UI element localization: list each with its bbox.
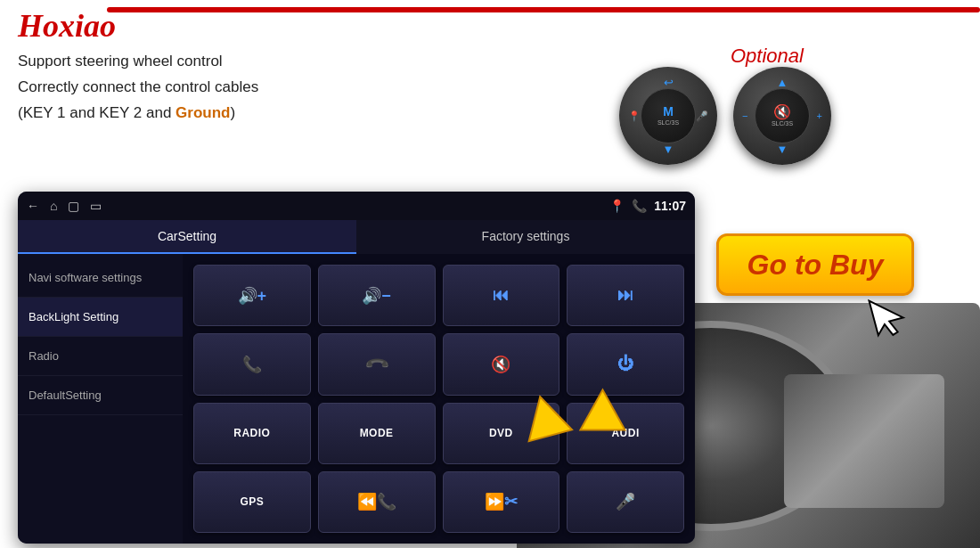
nav-left-icon-1: 📍	[628, 110, 641, 122]
ctrl-prev-track[interactable]: ⏮	[443, 265, 560, 326]
status-time: 11:07	[654, 199, 686, 213]
ctrl-skip-mix[interactable]: ⏩✂	[443, 471, 560, 533]
ctrl-gps[interactable]: GPS	[193, 471, 311, 533]
desc-line3: (KEY 1 and KEY 2 and Ground)	[18, 101, 258, 127]
menu-item-default[interactable]: DefaultSetting	[18, 376, 183, 415]
nav-left-icon-2: −	[742, 110, 747, 121]
ctrl-mode[interactable]: MODE	[318, 403, 436, 464]
ctrl-radio[interactable]: RADIO	[193, 403, 311, 464]
btn-symbol-2: 🔇 SLC/3S	[772, 103, 793, 128]
inner-circle-2: 🔇 SLC/3S	[755, 88, 810, 143]
top-accent-bar	[107, 7, 980, 12]
menu-item-backlight[interactable]: BackLight Setting	[18, 298, 183, 337]
nav-down-icon-1: ▼	[663, 143, 674, 156]
ctrl-call-accept[interactable]: 📞	[193, 333, 311, 395]
recent-icon[interactable]: ▢	[68, 199, 79, 213]
menu-item-navi[interactable]: Navi software settings	[18, 258, 183, 298]
optional-button-2[interactable]: ▲ − + ▼ 🔇 SLC/3S	[733, 67, 831, 165]
nav-right-icon-2: +	[817, 110, 822, 121]
description-text: Support steering wheel control Correctly…	[18, 49, 258, 127]
tab-bar: CarSetting Factory settings	[18, 220, 695, 254]
ctrl-audio[interactable]: AUDI	[567, 403, 684, 464]
phone-status-icon: 📞	[632, 199, 647, 213]
tab-carsetting[interactable]: CarSetting	[18, 220, 356, 254]
settings-area: Navi software settings BackLight Setting…	[18, 254, 695, 544]
ctrl-tel-prev[interactable]: ⏪📞	[318, 471, 436, 533]
btn-symbol-1: M SLC/3S	[657, 104, 679, 127]
optional-label: Optional	[731, 45, 804, 68]
desc-line2: Correctly connect the control cables	[18, 75, 258, 101]
ctrl-vol-down[interactable]: 🔊−	[318, 265, 436, 326]
optional-button-1[interactable]: ↩ 📍 🎤 ▼ M SLC/3S	[619, 67, 717, 165]
brand-logo: Hoxiao	[18, 7, 116, 45]
minimize-icon[interactable]: ▭	[90, 199, 102, 213]
tab-factory-settings[interactable]: Factory settings	[356, 220, 695, 254]
go-to-buy-button[interactable]: Go to Buy	[716, 233, 914, 296]
svg-marker-2	[869, 293, 906, 339]
nav-down-icon-2: ▼	[777, 143, 788, 156]
status-nav-icons: ← ⌂ ▢ ▭	[27, 199, 102, 213]
back-icon[interactable]: ←	[27, 199, 39, 213]
ctrl-power[interactable]: ⏻	[567, 333, 684, 395]
car-screen: ← ⌂ ▢ ▭ 📍 📞 11:07 CarSetting Factory set…	[18, 192, 695, 544]
control-grid: 🔊+ 🔊− ⏮ ⏭ 📞 📞 🔇 ⏻ RADIO MODE DVD AUDI GP…	[183, 254, 695, 544]
ctrl-dvd[interactable]: DVD	[443, 403, 560, 464]
optional-buttons-row: ↩ 📍 🎤 ▼ M SLC/3S ▲ − + ▼ 🔇 SLC/3S	[619, 67, 831, 165]
menu-item-radio[interactable]: Radio	[18, 337, 183, 376]
ctrl-mic[interactable]: 🎤	[567, 471, 684, 533]
location-icon: 📍	[609, 199, 625, 213]
nav-up-icon-1: ↩	[664, 76, 674, 89]
ctrl-call-end[interactable]: 📞	[318, 333, 436, 395]
ctrl-mute[interactable]: 🔇	[443, 333, 560, 395]
status-right-icons: 📍 📞 11:07	[609, 199, 686, 213]
left-menu: Navi software settings BackLight Setting…	[18, 254, 183, 544]
status-bar: ← ⌂ ▢ ▭ 📍 📞 11:07	[18, 192, 695, 220]
inner-circle-1: M SLC/3S	[641, 88, 696, 143]
ctrl-next-track[interactable]: ⏭	[567, 265, 684, 326]
ctrl-vol-up[interactable]: 🔊+	[193, 265, 311, 326]
nav-right-icon-1: 🎤	[696, 110, 708, 122]
nav-up-icon-2: ▲	[777, 76, 788, 89]
home-icon[interactable]: ⌂	[50, 199, 57, 213]
desc-line1: Support steering wheel control	[18, 49, 258, 75]
